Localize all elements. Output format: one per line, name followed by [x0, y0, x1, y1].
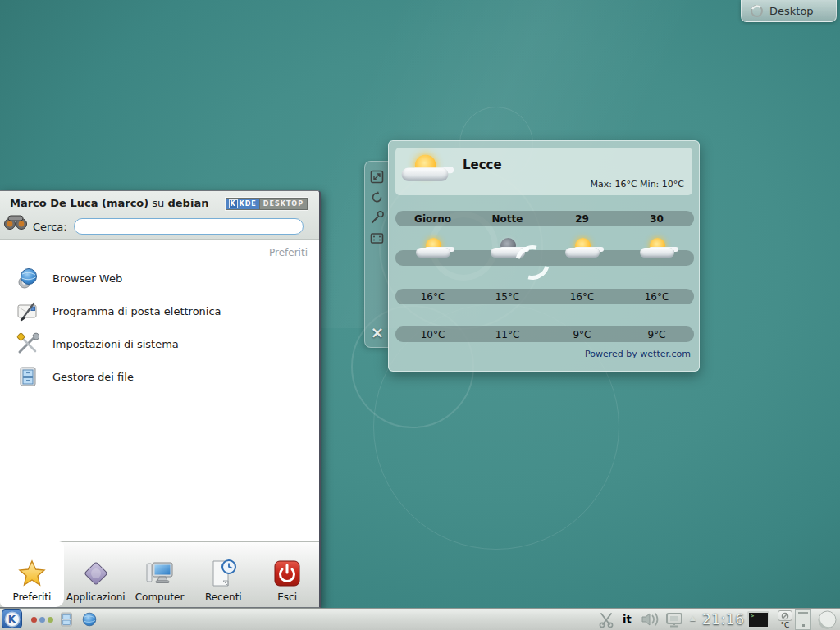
file-cabinet-icon	[16, 365, 39, 388]
volume-icon[interactable]	[641, 612, 662, 627]
kde-logo-icon: K	[6, 613, 19, 626]
close-icon[interactable]: ×	[369, 324, 386, 340]
tab-label: Computer	[135, 591, 185, 603]
tab-label: Preferiti	[12, 591, 51, 603]
user-name: Marco De Luca (marco)	[10, 197, 148, 209]
digital-clock[interactable]: 21:16	[702, 611, 746, 628]
favorite-label: Impostazioni di sistema	[52, 338, 179, 350]
search-label: Cerca:	[33, 221, 67, 233]
computer-icon	[144, 559, 174, 588]
configure-wrench-icon[interactable]	[370, 211, 384, 225]
weather-city: Lecce	[463, 158, 502, 172]
star-icon	[17, 559, 47, 588]
weather-credit-link[interactable]: Powered by wetter.com	[585, 349, 691, 359]
globe-gear-icon	[16, 267, 39, 290]
forecast-icon	[415, 238, 451, 264]
high-temp: 16°C	[619, 291, 694, 303]
kde-logo-icon: K	[229, 199, 238, 208]
weather-widget[interactable]: Lecce Max: 16°C Min: 10°C Giorno Notte 2…	[388, 140, 700, 372]
document-clock-icon	[208, 559, 238, 588]
kickoff-favorites-panel: Preferiti Browser Web	[0, 240, 319, 541]
user-info: Marco De Luca (marco) su debian	[10, 197, 208, 209]
tab-recenti[interactable]: Recenti	[191, 542, 255, 607]
web-browser-icon[interactable]	[81, 611, 98, 628]
weather-low-temps-row: 10°C 11°C 9°C 9°C	[395, 326, 694, 342]
weather-current-icon	[400, 154, 449, 189]
favorite-item-filemanager[interactable]: Gestore dei file	[0, 360, 319, 393]
binoculars-search-icon	[3, 211, 28, 232]
resize-icon[interactable]	[370, 170, 384, 184]
busy-spinner-icon	[515, 245, 550, 280]
low-temp: 11°C	[470, 329, 545, 340]
weather-columns-row: Giorno Notte 29 30	[395, 211, 694, 226]
column-label: Notte	[470, 213, 545, 225]
column-label: Giorno	[395, 213, 470, 225]
kickoff-tab-bar: Preferiti Applicazioni	[0, 541, 319, 607]
kickoff-header: Marco De Luca (marco) su debian KKDE DES…	[0, 191, 319, 240]
systray-expander-icon[interactable]: ▲	[690, 614, 696, 622]
kde-menu-button[interactable]: K	[2, 609, 22, 628]
desktop-toolbox[interactable]: Desktop	[741, 0, 837, 22]
column-label: 30	[619, 213, 694, 225]
bottom-panel: K it ▲	[0, 608, 840, 630]
tab-esci[interactable]: Esci	[255, 542, 319, 607]
pager-dot-red[interactable]	[31, 617, 37, 623]
file-manager-icon[interactable]	[58, 611, 75, 628]
high-temp: 16°C	[395, 291, 470, 303]
favorite-item-systemsettings[interactable]: Impostazioni di sistema	[0, 327, 319, 360]
panel-cashew-icon[interactable]	[816, 609, 838, 630]
low-temp: 10°C	[395, 329, 470, 340]
column-label: 29	[545, 213, 619, 225]
favorite-label: Gestore dei file	[52, 371, 134, 383]
mail-icon	[16, 299, 39, 322]
desktop-background: Desktop × Lecce Max: 16°C Min: 10	[0, 0, 840, 630]
favorite-item-browser[interactable]: Browser Web	[0, 262, 319, 294]
tab-applicazioni[interactable]: Applicazioni	[64, 542, 128, 607]
weather-tray-widget[interactable]: °C	[776, 610, 794, 630]
clipboard-scissors-icon[interactable]	[598, 612, 614, 628]
favorite-label: Browser Web	[52, 272, 122, 285]
power-icon	[272, 559, 302, 588]
cashew-icon	[750, 4, 764, 18]
high-temp: 16°C	[545, 291, 619, 303]
forecast-icon	[564, 238, 600, 264]
tab-label: Recenti	[205, 591, 242, 603]
forecast-icon	[639, 238, 675, 264]
tab-label: Applicazioni	[66, 591, 126, 603]
kde-desktop-badge: KKDE DESKTOP	[226, 198, 308, 210]
no-data-icon	[781, 612, 789, 620]
tab-computer[interactable]: Computer	[128, 542, 192, 607]
weather-maxmin: Max: 16°C Min: 10°C	[590, 179, 684, 189]
toolbox-label: Desktop	[769, 5, 814, 17]
kickoff-launcher: Marco De Luca (marco) su debian KKDE DES…	[0, 190, 321, 608]
keyboard-layout-indicator[interactable]: it	[623, 613, 632, 625]
search-input[interactable]	[74, 218, 304, 235]
tab-preferiti[interactable]: Preferiti	[0, 541, 64, 607]
search-row: Cerca:	[0, 214, 319, 239]
diamond-icon	[81, 559, 111, 588]
tab-label: Esci	[277, 591, 297, 603]
weather-tray-label: °C	[776, 621, 794, 629]
host-name: debian	[168, 197, 209, 209]
weather-header: Lecce Max: 16°C Min: 10°C	[395, 148, 692, 195]
weather-high-temps-row: 16°C 15°C 16°C 16°C	[395, 289, 694, 304]
terminal-icon[interactable]: >_	[747, 611, 769, 628]
favorite-label: Programma di posta elettronica	[52, 305, 221, 317]
mini-panel-widget[interactable]	[795, 609, 811, 630]
crossed-tools-icon	[16, 332, 39, 355]
maximize-icon[interactable]	[370, 231, 384, 245]
applet-handle[interactable]: ×	[364, 161, 389, 348]
rotate-icon[interactable]	[370, 190, 384, 204]
pager-dot-green[interactable]	[48, 617, 53, 623]
pager-dot-blue[interactable]	[39, 617, 45, 623]
low-temp: 9°C	[619, 329, 694, 340]
low-temp: 9°C	[545, 329, 619, 340]
high-temp: 15°C	[470, 291, 545, 303]
favorite-item-mail[interactable]: Programma di posta elettronica	[0, 294, 319, 327]
section-label: Preferiti	[0, 240, 319, 262]
network-monitor-icon[interactable]	[664, 612, 684, 628]
